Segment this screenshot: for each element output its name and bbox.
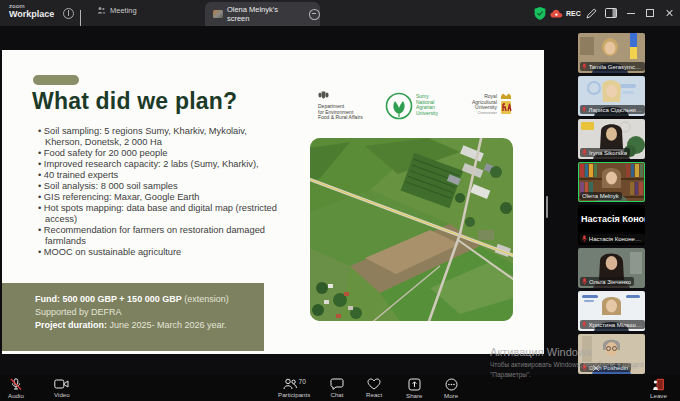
shared-screen-stage: What did we plan? Soil sampling: 5 regio…: [0, 26, 680, 375]
react-button[interactable]: React: [366, 378, 382, 398]
participant-tile-tamila[interactable]: Tamila Gerasymchuk: [578, 33, 645, 73]
bullet-item: Recommendation for farmers on restoratio…: [38, 225, 278, 247]
participant-name-tag: Настасія Кононенко: [580, 234, 645, 243]
project-duration-value: June 2025- March 2026 year.: [107, 320, 227, 330]
snau-logo: [385, 92, 413, 124]
bullet-item: Improved research capacity: 2 labs (Sumy…: [38, 159, 278, 170]
share-button[interactable]: Share: [406, 378, 423, 399]
info-icon[interactable]: [63, 8, 74, 19]
participant-tile-olha[interactable]: Ольга Зінченко: [578, 248, 645, 288]
mic-muted-icon: [582, 278, 587, 285]
logo-text-workplace: Workplace: [9, 10, 54, 19]
leave-label: Leave: [650, 392, 667, 399]
participant-tile-olena-active-speaker[interactable]: Olena Melnyk: [578, 162, 645, 202]
participants-label: Participants: [278, 391, 310, 398]
annotate-pencil-icon[interactable]: [586, 8, 597, 19]
security-shield-icon[interactable]: [534, 7, 546, 20]
participant-name-tag: Olena Melnyk: [580, 192, 622, 200]
leave-button[interactable]: Leave: [650, 378, 667, 399]
fund-info-box: Fund: 500 000 GBP + 150 000 GBP (extensi…: [2, 283, 264, 351]
more-ellipsis-icon: [445, 378, 458, 391]
participants-icon: [283, 378, 297, 390]
windows-activation-watermark-title: Активация Windows: [490, 346, 591, 358]
participant-tile-nastasiia-camera-off[interactable]: Настасія Конон... Настасія Кононенко: [578, 205, 645, 245]
heart-icon: [367, 378, 381, 390]
bullet-item: Soil sampling: 5 regions Sumy, Kharkiv, …: [38, 126, 278, 148]
video-label: Video: [54, 391, 70, 398]
bullet-item: 40 trained experts: [38, 170, 278, 181]
slide-title: What did we plan?: [32, 88, 237, 115]
camera-icon: [54, 378, 69, 390]
fund-supported-by: Supported by DEFRA: [35, 307, 122, 317]
zoom-workplace-logo: zoom Workplace: [9, 3, 54, 19]
participant-name-tag: Iryna Sikorska: [580, 148, 630, 157]
participant-name: Ольга Зінченко: [589, 279, 631, 285]
chat-label: Chat: [330, 391, 343, 398]
participant-name: Iryna Sikorska: [589, 150, 627, 156]
defra-text-line: Food & Rural Affairs: [318, 115, 363, 121]
rau-text: Royal Agricultural University Cirenceste…: [465, 94, 497, 115]
video-button[interactable]: Video: [54, 378, 70, 398]
snau-text-line: University: [416, 111, 438, 117]
snau-text: Sumy National Agrarian University: [416, 94, 438, 116]
zoom-workplace-window: zoom Workplace Meeting Olena Melnyk's sc…: [0, 0, 680, 401]
participant-name: Христина Мілюшкіна: [589, 322, 642, 328]
tab-meeting[interactable]: Meeting: [97, 6, 137, 15]
close-button[interactable]: [665, 9, 673, 17]
rec-cloud-icon: [550, 9, 563, 18]
audio-label: Audio: [8, 392, 24, 399]
leave-icon: [652, 378, 665, 391]
meeting-toolbar: Audio Video 70 Participants: [0, 375, 680, 401]
minimize-button[interactable]: [627, 9, 635, 14]
participant-name: Лариса Сідєльникова: [588, 107, 642, 113]
bullet-item: Food safety for 20 000 people: [38, 148, 278, 159]
participant-tile-larysa[interactable]: Лариса Сідєльникова: [578, 76, 645, 116]
presentation-slide: What did we plan? Soil sampling: 5 regio…: [2, 50, 544, 354]
bullet-item: GIS referencing: Maxar, Google Earth: [38, 192, 278, 203]
chat-button[interactable]: Chat: [330, 378, 344, 398]
participants-button[interactable]: 70 Participants: [278, 378, 310, 398]
mic-muted-icon: [582, 149, 587, 156]
maximize-button[interactable]: [646, 9, 654, 17]
chat-bubble-icon: [330, 378, 344, 390]
share-scrollbar[interactable]: [546, 196, 548, 218]
participant-name-tag: Ольга Зінченко: [580, 277, 634, 286]
windows-activation-watermark-line: Чтобы активировать Windows, перейдите в …: [490, 361, 644, 368]
mic-muted-icon: [9, 378, 23, 391]
react-label: React: [366, 391, 382, 398]
participant-name: Olena Melnyk: [582, 193, 619, 199]
fund-extension: (extension): [182, 294, 229, 304]
more-label: More: [444, 392, 458, 399]
share-label: Share: [406, 392, 423, 399]
project-duration-label: Project duration:: [35, 320, 107, 330]
audio-button[interactable]: Audio: [8, 378, 24, 399]
share-screen-icon: [408, 378, 421, 391]
tab-meeting-label: Meeting: [110, 6, 137, 15]
screen-thumbnail-icon: [213, 10, 223, 18]
recording-indicator[interactable]: REC: [550, 9, 581, 18]
title-bar: zoom Workplace Meeting Olena Melnyk's sc…: [0, 0, 680, 26]
participant-tile-iryna[interactable]: Iryna Sikorska: [578, 119, 645, 159]
rau-subtext: Cirencester: [465, 111, 497, 115]
more-button[interactable]: More: [444, 378, 458, 399]
defra-logo: Department for Environment Food & Rural …: [318, 86, 363, 121]
snau-leaf-icon: [385, 92, 413, 120]
participant-name-tag: Tamila Gerasymchuk: [580, 62, 645, 71]
participant-name: Настасія Кононенко: [589, 236, 642, 242]
bullet-item: MOOC on sustainable agriculture: [38, 247, 278, 258]
tab-screen-share[interactable]: Olena Melnyk's screen: [205, 2, 320, 26]
participant-name: Tamila Gerasymchuk: [589, 64, 642, 70]
mic-muted-icon: [582, 235, 587, 242]
satellite-map-image: [310, 138, 513, 321]
participants-count: 70: [299, 378, 306, 385]
mic-muted-icon: [582, 106, 586, 113]
layout-panel-icon[interactable]: [605, 8, 617, 18]
participant-tile-khrystyna[interactable]: Христина Мілюшкіна: [578, 291, 645, 331]
participant-name-tag: Лариса Сідєльникова: [580, 105, 645, 114]
participant-display-name: Настасія Конон...: [581, 214, 645, 224]
bullet-item: Hot spots mapping: data base and digital…: [38, 203, 278, 225]
fund-amount: Fund: 500 000 GBP + 150 000 GBP: [35, 294, 182, 304]
remove-tab-icon[interactable]: [309, 9, 320, 20]
defra-crest-icon: [318, 90, 329, 100]
rec-label: REC: [566, 10, 581, 17]
